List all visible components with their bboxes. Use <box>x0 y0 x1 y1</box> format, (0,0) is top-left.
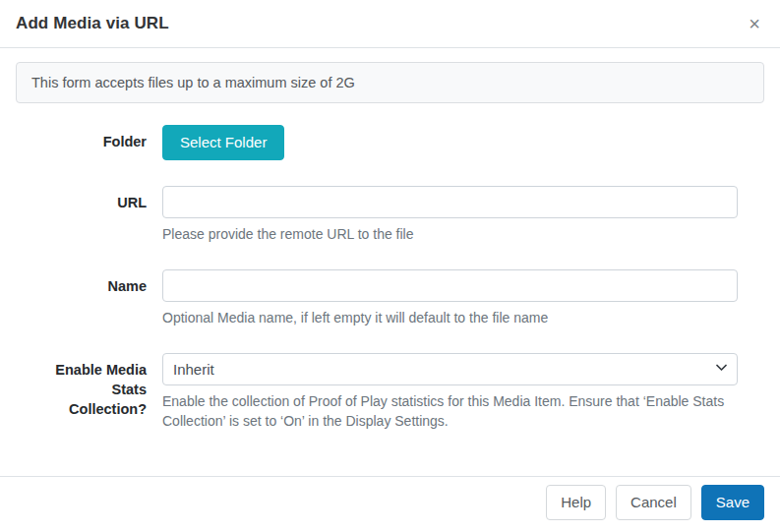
folder-label: Folder <box>16 125 162 160</box>
max-file-size-notice: This form accepts files up to a maximum … <box>16 62 764 103</box>
stats-collection-select-wrap: Inherit <box>162 353 738 385</box>
url-label: URL <box>16 186 162 244</box>
save-button[interactable]: Save <box>701 485 764 520</box>
dialog-title: Add Media via URL <box>16 14 169 33</box>
dialog-footer: Help Cancel Save <box>0 476 780 532</box>
name-label: Name <box>16 269 162 327</box>
stats-collection-label-line: Enable Media <box>16 360 147 380</box>
name-field-group: Name Optional Media name, if left empty … <box>16 269 764 327</box>
dialog-body: This form accepts files up to a maximum … <box>0 48 780 476</box>
url-help-text: Please provide the remote URL to the fil… <box>162 224 738 244</box>
stats-collection-label-line: Stats <box>16 380 147 399</box>
dialog-header: Add Media via URL × <box>0 0 780 48</box>
stats-collection-label: Enable MediaStatsCollection? <box>16 353 162 431</box>
help-button[interactable]: Help <box>546 485 606 520</box>
stats-collection-help-text: Enable the collection of Proof of Play s… <box>162 391 738 431</box>
url-field-group: URL Please provide the remote URL to the… <box>16 186 764 244</box>
stats-collection-select[interactable]: Inherit <box>162 353 738 385</box>
name-field: Optional Media name, if left empty it wi… <box>162 269 738 327</box>
stats-collection-label-line: Collection? <box>16 399 147 419</box>
url-field: Please provide the remote URL to the fil… <box>162 186 738 244</box>
close-icon[interactable]: × <box>745 12 764 35</box>
folder-field: Select Folder <box>162 125 738 160</box>
url-input[interactable] <box>162 186 738 218</box>
add-media-via-url-dialog: Add Media via URL × This form accepts fi… <box>0 0 780 532</box>
stats-collection-field: Inherit Enable the collection of Proof o… <box>162 353 738 431</box>
cancel-button[interactable]: Cancel <box>616 485 691 520</box>
name-input[interactable] <box>162 269 738 302</box>
folder-field-group: Folder Select Folder <box>16 125 764 160</box>
name-help-text: Optional Media name, if left empty it wi… <box>162 308 738 327</box>
stats-collection-field-group: Enable MediaStatsCollection? Inherit Ena… <box>16 353 764 431</box>
select-folder-button[interactable]: Select Folder <box>162 125 284 160</box>
